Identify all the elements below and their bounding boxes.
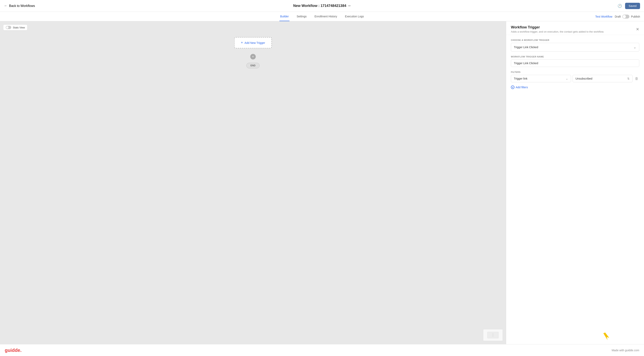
close-panel-icon[interactable]: ✕ xyxy=(636,27,639,31)
tab-builder[interactable]: Builder xyxy=(280,12,290,21)
draft-publish-area: Draft Publish xyxy=(615,15,640,19)
workflow-title-area: New Workflow : 1714748421384 ✏ xyxy=(293,4,351,8)
add-trigger-label: Add New Trigger xyxy=(244,41,265,44)
add-filters-label: Add filters xyxy=(516,86,528,89)
tab-enrollment-history[interactable]: Enrollment History xyxy=(314,12,338,21)
add-new-trigger-button[interactable]: + Add New Trigger xyxy=(234,37,272,48)
test-workflow-button[interactable]: Test Workflow xyxy=(595,15,612,18)
filter-value-select[interactable]: Unsubscribed ⇅ xyxy=(572,75,633,82)
tab-execution-logs[interactable]: Execution Logs xyxy=(344,12,364,21)
panel-title: Workflow Trigger xyxy=(511,25,604,30)
filter-type-select[interactable]: Trigger link ⌄ xyxy=(511,75,571,82)
filter-delete-icon[interactable]: 🗑 xyxy=(634,76,639,82)
mini-map xyxy=(483,329,503,341)
end-node: END xyxy=(246,63,260,68)
navbar: ← Back to Workflows New Workflow : 17147… xyxy=(0,0,644,12)
footer-tagline: Made with guidde.com xyxy=(612,349,639,352)
tabs-bar: Builder Settings Enrollment History Exec… xyxy=(0,12,644,21)
history-icon[interactable]: 🕐 xyxy=(618,4,622,8)
trigger-type-dropdown[interactable]: Trigger Link Clicked ⌄ xyxy=(511,43,639,52)
stats-toggle-switch[interactable] xyxy=(6,26,11,29)
filter-type-value: Trigger link xyxy=(514,77,528,80)
stats-view-label: Stats View xyxy=(13,26,25,29)
filter-value-chevron: ⇅ xyxy=(627,77,630,80)
workflow-title: New Workflow : 1714748421384 xyxy=(293,4,346,8)
panel-header-text: Workflow Trigger Adds a workflow trigger… xyxy=(511,25,604,33)
add-trigger-plus-icon: + xyxy=(241,41,243,45)
filters-label: FILTERS xyxy=(511,71,639,73)
trigger-dropdown-chevron: ⌄ xyxy=(633,45,636,49)
tab-settings[interactable]: Settings xyxy=(296,12,308,21)
guidde-logo: guidde. xyxy=(5,347,22,353)
stats-view-toggle[interactable]: Stats View xyxy=(3,25,28,30)
canvas-area: Stats View + Add New Trigger + END xyxy=(0,21,506,344)
trigger-name-label: WORKFLOW TRIGGER NAME xyxy=(511,56,639,58)
filter-value-text: Unsubscribed xyxy=(576,77,592,80)
publish-toggle[interactable] xyxy=(622,15,630,19)
edit-icon[interactable]: ✏ xyxy=(348,4,351,8)
trigger-type-value: Trigger Link Clicked xyxy=(514,46,538,49)
tabs-right-actions: Test Workflow Draft Publish xyxy=(595,15,640,19)
draft-label: Draft xyxy=(615,15,621,18)
panel-body: CHOOSE A WORKFLOW TRIGGER Trigger Link C… xyxy=(506,35,644,344)
add-filters-button[interactable]: + Add filters xyxy=(511,86,528,89)
navbar-right: 🕐 Saved xyxy=(618,3,640,9)
canvas-plus-connector[interactable]: + xyxy=(250,54,256,59)
right-panel: Workflow Trigger Adds a workflow trigger… xyxy=(506,21,644,344)
panel-subtitle: Adds a workflow trigger, and on executio… xyxy=(511,30,604,33)
choose-trigger-label: CHOOSE A WORKFLOW TRIGGER xyxy=(511,39,639,41)
trigger-name-input[interactable]: Trigger Link Clicked xyxy=(511,59,639,67)
back-to-workflows[interactable]: ← Back to Workflows xyxy=(4,4,35,8)
panel-header: Workflow Trigger Adds a workflow trigger… xyxy=(506,21,644,35)
add-filters-plus-icon: + xyxy=(511,86,514,89)
saved-button[interactable]: Saved xyxy=(625,3,640,9)
back-label: Back to Workflows xyxy=(9,4,35,8)
publish-label: Publish xyxy=(631,15,640,18)
main-content: Stats View + Add New Trigger + END Workf… xyxy=(0,21,644,344)
back-arrow-icon: ← xyxy=(4,4,8,8)
filter-dropdown-chevron: ⌄ xyxy=(566,77,568,80)
filter-row: Trigger link ⌄ Unsubscribed ⇅ 🗑 xyxy=(511,75,639,82)
footer: guidde. Made with guidde.com xyxy=(0,344,644,356)
